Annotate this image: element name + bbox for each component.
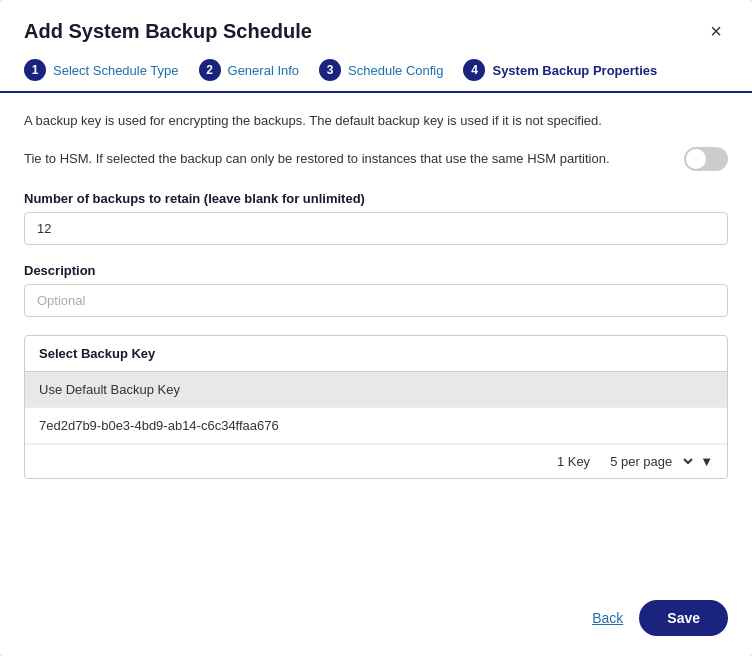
chevron-down-icon: ▼ [700,454,713,469]
hsm-toggle[interactable] [684,147,728,171]
backup-key-footer: 1 Key 5 per page 10 per page 20 per page… [25,444,727,478]
hsm-toggle-row: Tie to HSM. If selected the backup can o… [24,147,728,171]
hsm-toggle-text: Tie to HSM. If selected the backup can o… [24,149,668,169]
steps-bar: 1 Select Schedule Type 2 General Info 3 … [0,45,752,93]
per-page-select[interactable]: 5 per page 10 per page 20 per page ▼ [606,453,713,470]
step-3-circle: 3 [319,59,341,81]
modal-title: Add System Backup Schedule [24,20,312,43]
backups-retain-label: Number of backups to retain (leave blank… [24,191,728,206]
info-text: A backup key is used for encrypting the … [24,111,728,131]
step-2-circle: 2 [199,59,221,81]
backups-retain-input[interactable] [24,212,728,245]
step-3[interactable]: 3 Schedule Config [319,59,443,91]
per-page-dropdown[interactable]: 5 per page 10 per page 20 per page [606,453,696,470]
step-2[interactable]: 2 General Info [199,59,300,91]
key-count: 1 Key [557,454,590,469]
description-input[interactable] [24,284,728,317]
add-backup-schedule-modal: Add System Backup Schedule × 1 Select Sc… [0,0,752,656]
backups-retain-field: Number of backups to retain (leave blank… [24,191,728,245]
close-button[interactable]: × [704,18,728,45]
step-1[interactable]: 1 Select Schedule Type [24,59,179,91]
step-1-label: Select Schedule Type [53,63,179,78]
step-3-label: Schedule Config [348,63,443,78]
description-field: Description [24,263,728,317]
modal-footer: Back Save [0,588,752,656]
backup-key-section: Select Backup Key Use Default Backup Key… [24,335,728,479]
step-2-label: General Info [228,63,300,78]
step-4-circle: 4 [463,59,485,81]
description-label: Description [24,263,728,278]
back-button[interactable]: Back [592,610,623,626]
backup-key-row-uuid[interactable]: 7ed2d7b9-b0e3-4bd9-ab14-c6c34ffaa676 [25,408,727,444]
modal-header: Add System Backup Schedule × [0,0,752,45]
step-1-circle: 1 [24,59,46,81]
backup-key-header: Select Backup Key [25,336,727,372]
backup-key-row-default[interactable]: Use Default Backup Key [25,372,727,408]
step-4[interactable]: 4 System Backup Properties [463,59,657,91]
modal-body: A backup key is used for encrypting the … [0,93,752,588]
save-button[interactable]: Save [639,600,728,636]
step-4-label: System Backup Properties [492,63,657,78]
